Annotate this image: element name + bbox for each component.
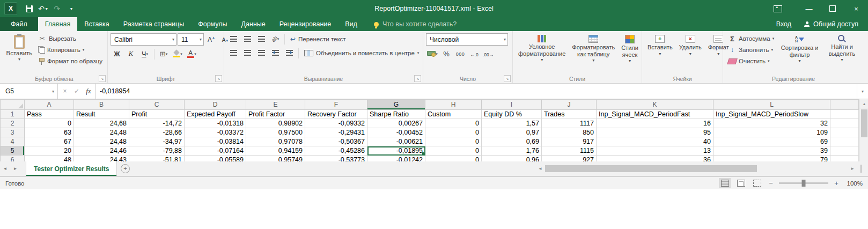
cell-B2[interactable]: 24,68 [74, 119, 129, 128]
zoom-level[interactable]: 100% [844, 180, 863, 187]
cell-styles-dropdown-icon[interactable]: ▾ [629, 59, 631, 63]
sheet-nav-next-icon[interactable]: ► [10, 161, 20, 176]
align-left-button[interactable] [227, 47, 240, 58]
column-header-A[interactable]: A [25, 100, 74, 110]
cell-A3[interactable]: 63 [25, 128, 74, 137]
enter-button[interactable]: ✓ [71, 87, 83, 95]
cell-D1[interactable]: Expected Payoff [185, 110, 246, 119]
cell-partial-1[interactable] [830, 110, 859, 119]
insert-cells-button[interactable]: Вставить ▾ [645, 33, 675, 56]
cell-G3[interactable]: -0,00452 [367, 128, 425, 137]
percent-style-button[interactable]: % [440, 48, 453, 60]
cell-C4[interactable]: -34,97 [129, 137, 185, 146]
cell-A1[interactable]: Pass [25, 110, 74, 119]
page-layout-view-button[interactable] [735, 178, 747, 188]
cell-E2[interactable]: 0,98902 [246, 119, 305, 128]
scroll-up-icon[interactable]: ▲ [859, 99, 868, 108]
align-middle-button[interactable] [241, 33, 254, 45]
cell-D3[interactable]: -0,03372 [185, 128, 246, 137]
cell-B6[interactable]: 24,43 [74, 156, 129, 162]
format-cells-dropdown-icon[interactable]: ▾ [717, 52, 719, 56]
cell-I1[interactable]: Equity DD % [482, 110, 542, 119]
cell-B4[interactable]: 24,48 [74, 137, 129, 146]
cell-E6[interactable]: 0,95749 [246, 156, 305, 162]
font-color-button[interactable]: ▾ [185, 48, 198, 60]
cell-K5[interactable]: 13 [597, 146, 713, 156]
new-sheet-button[interactable]: + [117, 161, 133, 176]
cell-D2[interactable]: -0,01318 [185, 119, 246, 128]
number-format-dropdown-icon[interactable]: ▾ [501, 37, 506, 42]
cell-K3[interactable]: 95 [597, 128, 713, 137]
merge-center-button[interactable]: Объединить и поместить в центре▾ [301, 47, 422, 58]
undo-button[interactable]: ↶▾ [36, 2, 49, 15]
paste-dropdown-icon[interactable]: ▾ [18, 57, 20, 62]
cell-K6[interactable]: 36 [597, 156, 713, 162]
format-as-table-button[interactable]: Форматировать как таблицу ▾ [569, 33, 617, 63]
row-header-3[interactable]: 3 [1, 128, 25, 137]
cell-K4[interactable]: 40 [597, 137, 713, 146]
fill-dropdown-icon[interactable]: ▾ [771, 48, 773, 52]
close-button[interactable]: × [844, 0, 868, 17]
comma-style-button[interactable]: 000 [454, 48, 467, 60]
horizontal-scroll-thumb[interactable] [545, 165, 757, 172]
name-box[interactable]: G5 ▾ [0, 84, 58, 99]
column-header-E[interactable]: E [246, 100, 305, 110]
cell-L4[interactable]: 69 [713, 137, 830, 146]
cell-L2[interactable]: 32 [713, 119, 830, 128]
cell-J6[interactable]: 927 [542, 156, 597, 162]
cell-I2[interactable]: 1,57 [482, 119, 542, 128]
cell-A2[interactable]: 0 [25, 119, 74, 128]
sort-filter-dropdown-icon[interactable]: ▾ [799, 59, 801, 63]
zoom-slider-thumb[interactable] [802, 180, 806, 187]
cell-E5[interactable]: 0,94159 [246, 146, 305, 156]
cell-H4[interactable]: 0 [425, 137, 482, 146]
cell-K2[interactable]: 16 [597, 119, 713, 128]
copy-dropdown-icon[interactable]: ▾ [83, 48, 85, 52]
autosum-button[interactable]: Σ Автосумма ▾ [726, 33, 776, 44]
cell-B3[interactable]: 24,48 [74, 128, 129, 137]
align-top-button[interactable] [227, 33, 240, 45]
horizontal-scroll-track[interactable] [545, 161, 848, 176]
cell-I6[interactable]: 0,96 [482, 156, 542, 162]
cell-E3[interactable]: 0,97500 [246, 128, 305, 137]
excel-app-icon[interactable] [4, 2, 17, 15]
ribbon-tab-formulas[interactable]: Формулы [191, 17, 234, 31]
cell-G4[interactable]: -0,00621 [367, 137, 425, 146]
cell-partial-6[interactable] [830, 156, 859, 162]
cell-G6[interactable]: -0,01242 [367, 156, 425, 162]
vertical-scroll-thumb[interactable] [861, 109, 867, 137]
column-header-partial[interactable] [830, 100, 859, 110]
cell-G5[interactable]: -0,01895 [367, 146, 425, 156]
cell-F2[interactable]: -0,09332 [305, 119, 367, 128]
cell-C3[interactable]: -28,66 [129, 128, 185, 137]
horizontal-scrollbar[interactable]: ◄ ► [535, 161, 857, 176]
cell-L1[interactable]: Inp_Signal_MACD_PeriodSlow [713, 110, 830, 119]
cell-L5[interactable]: 39 [713, 146, 830, 156]
increase-decimal-button[interactable] [468, 48, 481, 60]
cell-D4[interactable]: -0,03814 [185, 137, 246, 146]
vertical-scrollbar[interactable]: ▲ [859, 99, 868, 161]
insert-cells-dropdown-icon[interactable]: ▾ [659, 52, 661, 56]
minimize-button[interactable]: — [797, 0, 821, 17]
align-bottom-button[interactable] [255, 33, 268, 45]
cell-C5[interactable]: -79,88 [129, 146, 185, 156]
insert-function-button[interactable]: fx [83, 87, 94, 95]
conditional-formatting-dropdown-icon[interactable]: ▾ [541, 58, 543, 62]
ribbon-tab-view[interactable]: Вид [338, 17, 364, 31]
cell-C1[interactable]: Profit [129, 110, 185, 119]
format-as-table-dropdown-icon[interactable]: ▾ [592, 58, 594, 63]
cell-styles-button[interactable]: Стили ячеек ▾ [619, 33, 641, 63]
find-select-button[interactable]: Найти и выделить ▾ [823, 33, 861, 62]
row-header-1[interactable]: 1 [1, 110, 25, 119]
file-tab[interactable]: Файл [0, 17, 38, 31]
column-header-K[interactable]: K [597, 100, 713, 110]
cell-H1[interactable]: Custom [425, 110, 482, 119]
cell-A6[interactable]: 48 [25, 156, 74, 162]
cell-F6[interactable]: -0,53773 [305, 156, 367, 162]
cell-J5[interactable]: 1115 [542, 146, 597, 156]
row-header-4[interactable]: 4 [1, 137, 25, 146]
delete-cells-button[interactable]: Удалить ▾ [676, 33, 704, 56]
cut-button[interactable]: ✂ Вырезать [36, 33, 105, 44]
column-header-I[interactable]: I [482, 100, 542, 110]
clipboard-dialog-launcher[interactable]: ↘ [99, 75, 106, 82]
